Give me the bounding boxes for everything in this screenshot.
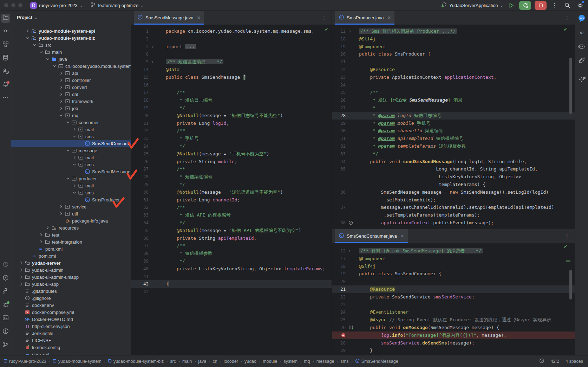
code-line[interactable]: 20 @NotNull(message = "短信日志编号不能为空") <box>131 112 332 120</box>
code-line[interactable]: 40 private List<KeyValue<String, Object>… <box>131 265 332 273</box>
line-number[interactable]: 31 <box>332 135 346 142</box>
inspection-ok-icon[interactable]: ✓ <box>325 26 329 32</box>
line-number[interactable]: 32 <box>332 142 346 150</box>
tree-item-yudao-server[interactable]: yudao-server <box>11 259 131 266</box>
code-line[interactable]: 12›/** Sms 短信相关消息的 Producer ...*/ <box>332 27 575 35</box>
line-number[interactable]: 37 <box>131 242 149 250</box>
code-line[interactable]: 25 @Async // Spring Event 默认在 Producer 发… <box>332 316 575 324</box>
line-number[interactable]: 33 <box>131 211 149 219</box>
code-line[interactable]: 23 private ApplicationContext applicatio… <box>332 73 575 81</box>
breadcrumb-item[interactable]: sms <box>341 359 349 364</box>
tree-item-SmsSendConsumer[interactable]: CSmsSendConsumer <box>11 140 131 147</box>
tree-item-package-info.java[interactable]: package-info.java <box>11 217 131 224</box>
code-line[interactable]: 17 /** <box>131 89 332 96</box>
editor-options-button[interactable]: ⋮ <box>564 11 570 25</box>
search-everywhere-button[interactable] <box>563 1 572 10</box>
code-line[interactable]: 34 */ <box>131 219 332 227</box>
line-number[interactable]: 12 <box>332 247 346 255</box>
chevron-closed-icon[interactable] <box>58 98 64 104</box>
line-number[interactable]: 26 <box>131 158 149 166</box>
more-actions-button[interactable]: ⋮ <box>550 1 559 10</box>
commit-tool-button[interactable] <box>1 27 10 36</box>
tree-item-docker.env[interactable]: docker.env <box>11 302 131 309</box>
line-number[interactable]: 18 <box>332 35 346 43</box>
code-line[interactable]: 1package cn.iocoder.yudao.module.system.… <box>131 27 332 35</box>
line-number[interactable]: 31 <box>131 196 149 204</box>
chevron-closed-icon[interactable] <box>38 232 44 238</box>
line-number[interactable]: 3 <box>131 43 149 51</box>
breadcrumb-item[interactable]: mq <box>304 359 310 364</box>
line-number[interactable]: 22 <box>131 127 149 135</box>
code-line[interactable]: 2 <box>131 35 332 43</box>
chevron-closed-icon[interactable] <box>72 155 77 160</box>
line-number[interactable]: 14 <box>131 66 149 73</box>
line-number[interactable]: 28 <box>131 173 149 181</box>
line-number[interactable]: 23 <box>131 135 149 142</box>
code-line[interactable]: templateParams) { <box>332 181 575 188</box>
breakpoint-icon[interactable] <box>332 333 346 337</box>
chevron-closed-icon[interactable] <box>18 274 24 280</box>
line-number[interactable]: 23 <box>332 73 346 81</box>
code-line[interactable]: 28 * @param logId 短信日志编号 <box>332 112 575 120</box>
breadcrumb-item[interactable]: CSmsSendMessage <box>355 359 398 364</box>
chevron-closed-icon[interactable] <box>58 91 64 97</box>
line-number[interactable]: 35 <box>332 165 346 173</box>
tree-item-Jenkinsfile[interactable]: Jenkinsfile <box>11 330 131 337</box>
run-button[interactable] <box>507 1 516 10</box>
breadcrumb-item[interactable]: src <box>170 359 176 364</box>
code-line[interactable]: 21 private Long logId; <box>131 120 332 127</box>
line-number[interactable]: 20 <box>332 50 346 58</box>
code-line[interactable]: 24 */ <box>131 142 332 150</box>
code-editor[interactable]: 12›/** 针对 {@link SmsSendMessage} 的消费者 ..… <box>332 243 575 362</box>
line-number[interactable]: 34 <box>131 219 149 227</box>
line-number[interactable]: 43 <box>131 288 149 296</box>
code-line[interactable]: 19 */ <box>131 104 332 112</box>
chevron-closed-icon[interactable] <box>58 84 64 90</box>
debug-tool-button[interactable] <box>1 301 10 310</box>
line-number[interactable]: 15 <box>131 73 149 81</box>
code-line[interactable]: 24 @EventListener <box>332 308 575 316</box>
scrollbar-thumb[interactable] <box>569 58 572 114</box>
maven-tool-button[interactable]: m <box>577 28 586 38</box>
code-line[interactable]: 31 private Long channelId; <box>131 196 332 204</box>
code-line[interactable]: 20 <box>332 278 575 285</box>
breadcrumb-item[interactable]: module <box>263 359 277 364</box>
tree-item-SmsSendMessage[interactable]: CSmsSendMessage <box>11 168 131 175</box>
tree-item-yudao-ui-admin-uniapp[interactable]: yudao-ui-admin-uniapp <box>11 273 131 281</box>
tree-item-consumer[interactable]: consumer <box>11 119 131 126</box>
line-number[interactable]: 21 <box>332 285 346 293</box>
window-zoom-button[interactable] <box>18 3 22 7</box>
code-line[interactable]: 42} <box>131 280 332 288</box>
tab-close-icon[interactable]: ✕ <box>400 233 404 239</box>
editor-options-button[interactable]: ⋮ <box>321 11 327 25</box>
settings-button[interactable] <box>575 1 584 10</box>
tree-item-yudao-module-system-api[interactable]: yudao-module-system-api <box>11 27 131 34</box>
line-number[interactable]: 36 <box>131 234 149 242</box>
connection-status-icon[interactable] <box>539 358 544 365</box>
line-number[interactable]: 24 <box>131 142 149 150</box>
code-line[interactable]: 33 */ <box>332 150 575 158</box>
code-line[interactable]: 16 <box>131 81 332 89</box>
bot-tool-button[interactable] <box>577 43 586 52</box>
tree-item-util[interactable]: util <box>11 210 131 217</box>
tree-item-java[interactable]: java <box>11 56 131 63</box>
breadcrumb-item[interactable]: iocoder <box>224 359 238 364</box>
tree-item-yudao-ui-admin[interactable]: yudao-ui-admin <box>11 266 131 273</box>
code-line[interactable]: 14@Data <box>131 66 332 73</box>
chevron-open-icon[interactable] <box>52 63 57 69</box>
tree-item-framework[interactable]: framework <box>11 98 131 105</box>
tree-item-mail[interactable]: mail <box>11 154 131 161</box>
chevron-closed-icon[interactable] <box>38 239 44 245</box>
line-number[interactable]: 26 <box>332 324 346 331</box>
tree-item-LICENSE[interactable]: LICENSE <box>11 337 131 344</box>
code-line[interactable]: 27 /** <box>131 165 332 173</box>
build-tool-button[interactable] <box>1 287 10 296</box>
line-number[interactable]: 19 <box>332 270 346 278</box>
line-number[interactable]: 19 <box>131 104 149 112</box>
tree-item-test[interactable]: test <box>11 231 131 238</box>
profiler-tool-button[interactable] <box>1 260 10 270</box>
caret-position[interactable]: 42:2 <box>551 359 559 364</box>
line-number[interactable]: 2 <box>131 35 149 43</box>
line-number[interactable]: 20 <box>332 278 346 285</box>
code-line[interactable]: 9›/** 短信发送消息 ...*/ <box>131 58 332 66</box>
